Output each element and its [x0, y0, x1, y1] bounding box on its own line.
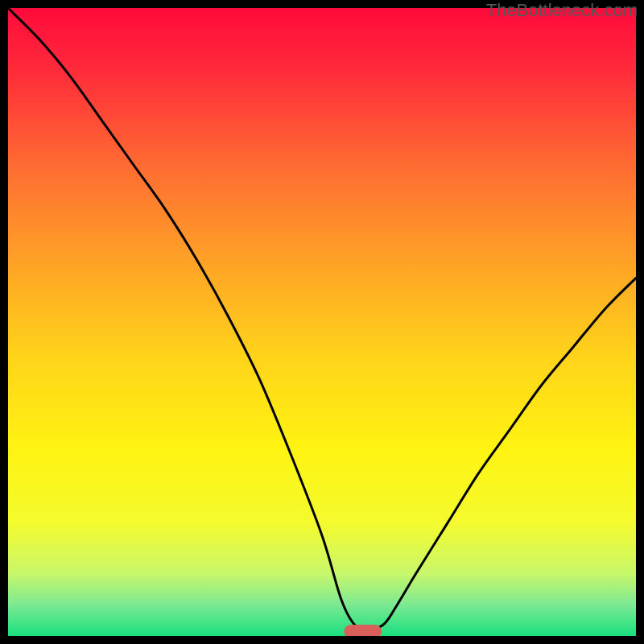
bottleneck-chart: [8, 8, 636, 636]
chart-frame: TheBottleneck.com: [0, 0, 644, 644]
plot-area: [8, 8, 636, 636]
sweet-spot-marker: [344, 625, 382, 636]
gradient-background: [8, 8, 636, 636]
attribution-text: TheBottleneck.com: [486, 0, 638, 21]
